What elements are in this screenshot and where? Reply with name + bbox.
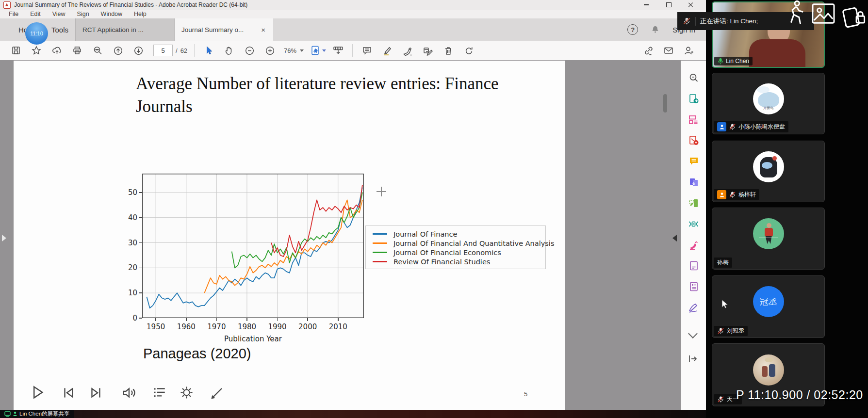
playlist-button[interactable] [151, 385, 167, 402]
menu-sign[interactable]: Sign [77, 11, 89, 17]
share-link-button[interactable] [638, 42, 658, 59]
refresh-tool-button[interactable] [459, 42, 479, 59]
player-torso-art [765, 228, 773, 237]
zoom-out-button[interactable] [239, 42, 260, 59]
legend-label: Journal Of Finance [393, 230, 457, 238]
tab-close-icon[interactable]: × [260, 26, 266, 34]
play-button[interactable] [29, 384, 46, 402]
delete-tool-button[interactable] [438, 42, 459, 59]
participant-tile-liuguancheng[interactable]: 冠丞 刘冠丞 [712, 275, 825, 338]
next-page-button[interactable] [128, 42, 148, 59]
combine-files-button[interactable] [688, 177, 700, 188]
organize-pages-button[interactable] [688, 114, 700, 126]
playlist-icon [151, 385, 167, 401]
fill-sign-button[interactable] [688, 239, 700, 251]
participant-tile-yangzixuan[interactable]: 杨梓轩 [712, 141, 825, 202]
email-button[interactable] [658, 42, 679, 59]
search-tools-button[interactable] [87, 42, 108, 59]
participant-tile-lin-chen[interactable]: Lin Chen [712, 1, 825, 68]
page-display-button[interactable] [308, 42, 328, 59]
save-button[interactable] [6, 42, 26, 59]
highlight-tool-button[interactable] [377, 42, 397, 59]
x-tick-mark [277, 318, 278, 321]
legend-entry: Journal Of Financial And Quantitative An… [373, 239, 545, 248]
page-up-icon [113, 46, 123, 56]
maximize-button[interactable] [657, 0, 680, 10]
device-lock-icon[interactable] [842, 5, 867, 28]
prepare-form-button[interactable] [688, 281, 700, 292]
audio-participant-badge [717, 122, 726, 131]
edit-pdf-button[interactable] [688, 197, 700, 209]
vertical-scrollbar[interactable] [663, 94, 667, 113]
print-button[interactable] [67, 42, 87, 59]
person-walking-icon[interactable] [784, 0, 807, 25]
page-down-icon [133, 46, 144, 56]
volume-button[interactable] [121, 385, 138, 402]
menu-edit[interactable]: Edit [30, 11, 41, 17]
right-panel-collapse-icon[interactable] [672, 235, 677, 241]
share-cloud-button[interactable] [47, 42, 67, 59]
doc-tab-journal-summary[interactable]: Journal Summary o... × [174, 18, 273, 41]
name-chip: 孙梅 [714, 257, 732, 268]
menu-file[interactable]: File [9, 11, 18, 17]
participant-name: Lin Chen [726, 58, 749, 64]
y-tick-label: 30 [113, 239, 137, 247]
previous-track-button[interactable] [61, 385, 76, 402]
participant-tile-xiaochen[interactable]: 开摆鸟 小陈小陈喝水便盆 [712, 73, 825, 134]
page-number-input[interactable]: 5 [153, 45, 173, 56]
left-panel-expand-icon[interactable] [2, 235, 6, 241]
doc-tab-rct[interactable]: RCT Application in ... [75, 18, 174, 41]
tab-tools[interactable]: Tools [45, 18, 75, 41]
sign-tool-button[interactable] [397, 42, 418, 59]
audio-participant-badge [717, 190, 726, 199]
hand-tool-button[interactable] [219, 42, 239, 59]
settings-button[interactable] [179, 385, 195, 402]
zoom-level-dropdown[interactable]: 76% [284, 47, 304, 54]
search-document-button[interactable] [688, 72, 700, 84]
acrobat-window: Journal Summary of The Reviews of Financ… [0, 0, 706, 418]
compress-pdf-button[interactable] [688, 218, 700, 230]
draw-tool-button[interactable] [688, 302, 700, 313]
export-doc-button[interactable] [688, 260, 700, 272]
minimize-icon [644, 4, 649, 5]
select-tool-button[interactable] [198, 42, 219, 59]
cloud-upload-icon [52, 46, 62, 55]
next-track-button[interactable] [88, 385, 104, 402]
participant-name: 孙梅 [717, 258, 729, 267]
zoom-in-button[interactable] [260, 42, 280, 59]
minimize-button[interactable] [635, 0, 657, 10]
create-pdf-button[interactable] [688, 135, 700, 146]
photo-detail-art [765, 357, 773, 362]
menu-view[interactable]: View [52, 11, 66, 17]
banner-divider [695, 17, 696, 26]
export-pdf-button[interactable] [688, 93, 700, 105]
stamp-tool-button[interactable] [418, 42, 438, 59]
star-button[interactable] [26, 42, 47, 59]
play-icon [29, 384, 46, 401]
toolbar-pin-button[interactable] [328, 42, 348, 59]
comment-panel-button[interactable] [688, 156, 700, 167]
previous-page-button[interactable] [108, 42, 128, 59]
avatar: 开摆鸟 [753, 83, 784, 114]
participant-tile-sunmei[interactable]: 孙梅 [712, 208, 825, 270]
menu-window[interactable]: Window [101, 11, 122, 17]
speech-bubble-art [757, 86, 770, 93]
help-icon[interactable]: ? [627, 24, 638, 35]
person-add-icon [684, 46, 694, 56]
notifications-bell-icon[interactable] [651, 25, 660, 34]
avatar [753, 354, 784, 386]
chevron-down-icon [300, 49, 304, 52]
avatar [753, 151, 784, 182]
y-tick-label: 40 [113, 213, 137, 222]
add-person-button[interactable] [679, 42, 699, 59]
player-osd-timestamp: P 11:10.900 / 02:52:20 [736, 388, 863, 402]
y-tick-label: 20 [113, 263, 137, 272]
close-button[interactable] [680, 0, 702, 10]
comment-tool-button[interactable] [357, 42, 377, 59]
court-line-art [759, 238, 778, 239]
skip-forward-icon [88, 385, 104, 401]
player-time-bubble[interactable]: 11:10 [25, 22, 48, 45]
pen-tool-button[interactable] [210, 386, 224, 402]
menu-help[interactable]: Help [134, 11, 147, 17]
image-icon[interactable] [811, 3, 835, 24]
